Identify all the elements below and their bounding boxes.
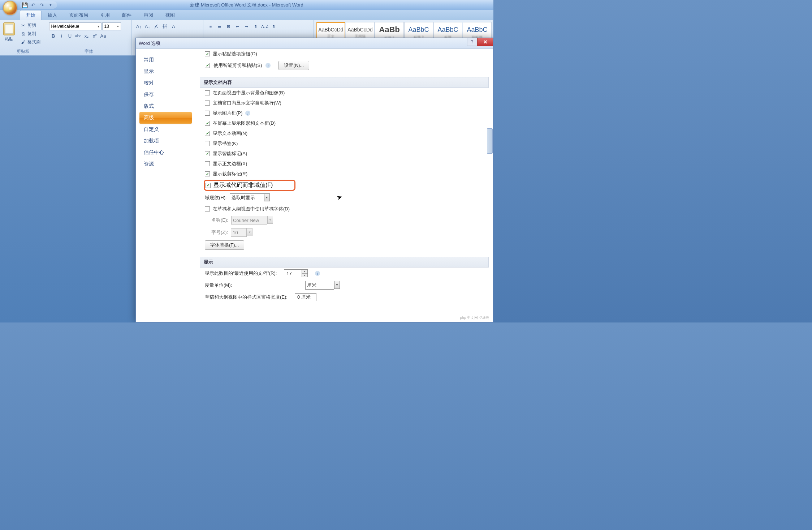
- category-save[interactable]: 保存: [139, 89, 192, 101]
- field-shading-dropdown[interactable]: 选取时显示: [230, 193, 264, 202]
- tab-home[interactable]: 开始: [20, 10, 42, 20]
- option-field-shading: 域底纹(H): 选取时显示 ▼: [200, 192, 489, 204]
- tab-insert[interactable]: 插入: [42, 10, 63, 20]
- checkbox-crop-marks[interactable]: [205, 171, 210, 176]
- spinner-down-icon[interactable]: ▼: [302, 274, 307, 277]
- style-area-value[interactable]: 0 厘米: [295, 293, 316, 301]
- ltr-icon[interactable]: ¶: [251, 22, 260, 30]
- underline-button[interactable]: U: [66, 32, 74, 40]
- category-addins[interactable]: 加载项: [139, 135, 192, 147]
- spinner-up-icon[interactable]: ▲: [302, 270, 307, 274]
- advanced-options-panel[interactable]: 显示粘贴选项按钮(O) 使用智能剪切和粘贴(S) i 设置(N)... 显示文档…: [195, 49, 493, 322]
- checkbox-show-drawings[interactable]: [205, 121, 210, 126]
- option-recent-docs: 显示此数目的“最近使用的文档”(R): 17 ▲ ▼ i: [200, 268, 489, 279]
- scrollbar-thumb[interactable]: [487, 128, 493, 154]
- style-area-spinner[interactable]: 0 厘米: [295, 293, 316, 301]
- category-common[interactable]: 常用: [139, 54, 192, 66]
- option-word-wrap: 文档窗口内显示文字自动换行(W): [200, 98, 489, 108]
- qat-dropdown-icon[interactable]: ▼: [48, 2, 53, 8]
- group-clipboard: 粘贴 ✂ 剪切 ⎘ 复制 🖌 格式刷 剪贴板: [0, 20, 46, 55]
- option-picture-placeholders: 显示图片框(P) i: [200, 108, 489, 118]
- label-draft-font-size: 字号(Z):: [211, 229, 228, 236]
- category-display[interactable]: 显示: [139, 66, 192, 77]
- paste-button[interactable]: 粘贴: [1, 21, 17, 48]
- title-bar: ⊞ 💾 ↶ ↷ ▼ 新建 Microsoft Office Word 文档.do…: [0, 0, 493, 10]
- increase-indent-icon[interactable]: ⇥: [242, 22, 251, 30]
- redo-icon[interactable]: ↷: [39, 2, 45, 8]
- font-name-dropdown[interactable]: HelveticaNeue ▼: [49, 22, 102, 30]
- format-painter-label: 格式刷: [27, 39, 40, 45]
- clear-format-icon[interactable]: A̸: [152, 22, 160, 30]
- category-proofing[interactable]: 校对: [139, 77, 192, 89]
- bullets-icon[interactable]: ≡: [206, 22, 215, 30]
- tab-review[interactable]: 审阅: [138, 10, 159, 20]
- tab-view[interactable]: 视图: [159, 10, 181, 20]
- font-name-value: HelveticaNeue: [51, 24, 79, 29]
- char-border-icon[interactable]: A: [169, 22, 177, 30]
- cut-button[interactable]: ✂ 剪切: [19, 22, 44, 29]
- label-crop-marks: 显示裁剪标记(R): [213, 171, 247, 177]
- checkbox-smart-tags[interactable]: [205, 151, 210, 156]
- measurement-units-dropdown[interactable]: 厘米: [305, 281, 334, 290]
- decrease-indent-icon[interactable]: ⇤: [233, 22, 242, 30]
- change-case-button[interactable]: Aa: [99, 32, 107, 40]
- category-layout[interactable]: 版式: [139, 101, 192, 112]
- style-preview: AaBbCcDd: [318, 27, 343, 33]
- dropdown-arrow-icon: ▼: [247, 228, 252, 236]
- checkbox-show-field-codes[interactable]: [206, 183, 211, 188]
- shrink-font-icon[interactable]: A↓: [143, 22, 151, 30]
- help-icon[interactable]: i: [265, 63, 271, 68]
- save-icon[interactable]: 💾: [22, 2, 27, 8]
- superscript-button[interactable]: x²: [91, 32, 99, 40]
- tab-page-layout[interactable]: 页面布局: [63, 10, 94, 20]
- strike-button[interactable]: abc: [74, 32, 82, 40]
- subscript-button[interactable]: x₂: [82, 32, 90, 40]
- checkbox-draft-font[interactable]: [205, 206, 210, 211]
- grow-font-icon[interactable]: A↑: [135, 22, 143, 30]
- label-smart-cut-paste: 使用智能剪切和粘贴(S): [213, 62, 262, 69]
- checkbox-text-boundaries[interactable]: [205, 161, 210, 166]
- show-marks-icon[interactable]: ¶: [269, 22, 278, 30]
- office-button[interactable]: ⊞: [3, 1, 17, 15]
- font-size-dropdown[interactable]: 13 ▼: [102, 22, 121, 30]
- bold-button[interactable]: B: [49, 32, 57, 40]
- copy-button[interactable]: ⎘ 复制: [19, 30, 44, 38]
- checkbox-smart-cut-paste[interactable]: [205, 63, 210, 68]
- option-crop-marks: 显示裁剪标记(R): [200, 169, 489, 179]
- checkbox-show-paste-options[interactable]: [205, 51, 210, 56]
- checkbox-picture-placeholders[interactable]: [205, 111, 210, 116]
- category-advanced[interactable]: 高级: [139, 112, 192, 124]
- tab-references[interactable]: 引用: [94, 10, 116, 20]
- numbering-icon[interactable]: ☰: [215, 22, 224, 30]
- label-smart-tags: 显示智能标记(A): [213, 150, 247, 157]
- label-draft-font: 在草稿和大纲视图中使用草稿字体(D): [213, 206, 290, 212]
- dialog-help-button[interactable]: ?: [467, 38, 477, 46]
- checkbox-word-wrap[interactable]: [205, 101, 210, 106]
- dropdown-arrow-icon[interactable]: ▼: [264, 193, 270, 201]
- help-icon[interactable]: i: [245, 111, 250, 116]
- sort-icon[interactable]: A↓Z: [260, 22, 269, 30]
- font-substitution-button[interactable]: 字体替换(F)...: [205, 240, 244, 250]
- recent-docs-value[interactable]: 17: [284, 269, 302, 277]
- label-show-drawings: 在屏幕上显示图形和文本框(D): [213, 120, 276, 127]
- help-icon[interactable]: i: [315, 271, 320, 276]
- tab-mailings[interactable]: 邮件: [116, 10, 138, 20]
- category-customize[interactable]: 自定义: [139, 124, 192, 135]
- label-show-paste-options: 显示粘贴选项按钮(O): [213, 51, 257, 57]
- checkbox-show-bookmarks[interactable]: [205, 141, 210, 146]
- dialog-close-button[interactable]: ✕: [477, 38, 493, 46]
- option-show-bookmarks: 显示书签(K): [200, 138, 489, 149]
- multilevel-icon[interactable]: ⊟: [224, 22, 233, 30]
- phonetic-icon[interactable]: 拼: [161, 22, 169, 30]
- undo-icon[interactable]: ↶: [30, 2, 36, 8]
- recent-docs-spinner[interactable]: 17 ▲ ▼: [284, 269, 308, 277]
- smart-paste-settings-button[interactable]: 设置(N)...: [278, 61, 309, 70]
- category-resources[interactable]: 资源: [139, 158, 192, 170]
- italic-button[interactable]: I: [57, 32, 65, 40]
- checkbox-show-bg[interactable]: [205, 90, 210, 95]
- format-painter-button[interactable]: 🖌 格式刷: [19, 38, 44, 46]
- dialog-title-bar[interactable]: Word 选项 ? ✕: [136, 38, 493, 49]
- checkbox-text-animation[interactable]: [205, 131, 210, 136]
- category-trust-center[interactable]: 信任中心: [139, 147, 192, 158]
- dropdown-arrow-icon[interactable]: ▼: [334, 281, 340, 289]
